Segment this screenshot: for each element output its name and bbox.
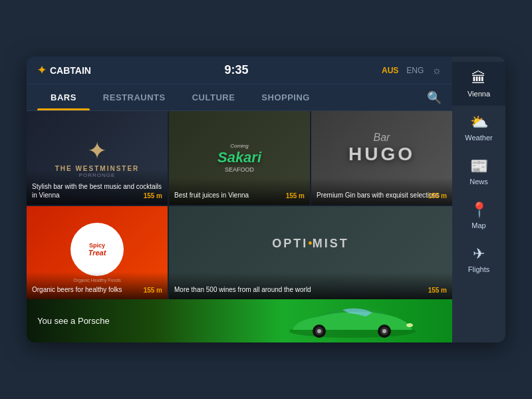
- nav-tabs: BARS RESTRAUNTS CULTURE SHOPPING 🔍: [27, 84, 452, 111]
- sidebar-item-flights[interactable]: ✈ Flights: [452, 237, 505, 281]
- bar-label: Bar: [348, 132, 415, 144]
- sidebar-label-map: Map: [471, 221, 485, 229]
- logo-icon: ✦: [37, 64, 46, 76]
- card-distance-4: 155 m: [144, 287, 162, 294]
- content-area: ✦ THE WESTMINSTER PORRONGE Stylish bar w…: [27, 111, 452, 342]
- westminster-diamond: ✦: [55, 137, 140, 165]
- sidebar: 🏛 Vienna ⛅ Weather 📰 News 📍 Map ✈ Flight…: [452, 57, 505, 342]
- card-distance-1: 155 m: [144, 192, 162, 200]
- time-display: 9:35: [224, 63, 248, 77]
- sidebar-item-vienna[interactable]: 🏛 Vienna: [452, 62, 505, 106]
- sidebar-label-news: News: [469, 178, 488, 186]
- card-spicy-treat[interactable]: Spicy Treat Organic Healthy Foods Organi…: [27, 206, 168, 300]
- app-container: ✦ CABTAIN 9:35 AUS ENG ☼ BARS RESTRAUNTS…: [27, 57, 505, 342]
- bar-hugo-text: Bar HUGO: [348, 132, 415, 165]
- sidebar-label-vienna: Vienna: [467, 90, 490, 98]
- lang-aus-button[interactable]: AUS: [382, 66, 398, 75]
- spicy-text: Spicy: [89, 242, 105, 249]
- card-distance-3: 155 m: [428, 192, 447, 200]
- card-desc-1: Stylish bar with the best music and cock…: [32, 182, 162, 200]
- svg-point-6: [382, 329, 386, 333]
- card-desc-3: Premium Gin bars with exquisit selection…: [317, 191, 447, 200]
- banner-car: [279, 303, 426, 342]
- card-desc-4: Organic beers for healthy folks: [32, 285, 162, 294]
- card-distance-2: 155 m: [286, 192, 305, 200]
- sakari-coming: Coming: [217, 143, 261, 149]
- banner: You see a Porsche: [27, 299, 452, 342]
- spicy-circle: Spicy Treat: [70, 223, 124, 276]
- tab-culture[interactable]: CULTURE: [179, 84, 249, 110]
- weather-icon: ⛅: [470, 114, 488, 131]
- optimist-name: OPTI: [272, 236, 308, 249]
- card-westminster[interactable]: ✦ THE WESTMINSTER PORRONGE Stylish bar w…: [27, 111, 168, 205]
- card-sakari[interactable]: Coming Sakari SEAFOOD Best fruit juices …: [169, 111, 310, 205]
- flights-icon: ✈: [473, 245, 485, 263]
- svg-point-3: [317, 329, 321, 333]
- optimist-name-2: MIST: [313, 236, 349, 249]
- lang-eng-button[interactable]: ENG: [406, 66, 424, 75]
- hugo-name: HUGO: [348, 144, 415, 165]
- card-overlay-3: Premium Gin bars with exquisit selection…: [311, 178, 452, 205]
- svg-point-7: [406, 323, 413, 327]
- sidebar-label-weather: Weather: [465, 134, 492, 142]
- optimist-text: OPTI•MIST: [272, 236, 348, 250]
- tab-bars[interactable]: BARS: [37, 84, 90, 110]
- search-icon[interactable]: 🔍: [427, 90, 442, 105]
- header-right: AUS ENG ☼: [382, 65, 442, 76]
- card-overlay-2: Best fruit juices in Vienna: [169, 178, 310, 205]
- header: ✦ CABTAIN 9:35 AUS ENG ☼: [27, 57, 452, 84]
- sakari-name: Sakari: [217, 149, 261, 166]
- vienna-icon: 🏛: [471, 70, 486, 87]
- cards-grid: ✦ THE WESTMINSTER PORRONGE Stylish bar w…: [27, 111, 452, 299]
- card-optimist[interactable]: OPTI•MIST More than 500 wines from all a…: [169, 206, 452, 300]
- sakari-text: Coming Sakari SEAFOOD: [217, 143, 261, 173]
- card-overlay-5: More than 500 wines from all around the …: [169, 272, 452, 299]
- tab-shopping[interactable]: SHOPPING: [248, 84, 323, 110]
- logo-text: CABTAIN: [50, 65, 91, 76]
- settings-icon[interactable]: ☼: [432, 65, 442, 76]
- logo: ✦ CABTAIN: [37, 64, 91, 76]
- map-icon: 📍: [470, 201, 488, 219]
- sidebar-item-news[interactable]: 📰 News: [452, 150, 505, 194]
- sidebar-item-weather[interactable]: ⛅ Weather: [452, 106, 505, 150]
- main-panel: ✦ CABTAIN 9:35 AUS ENG ☼ BARS RESTRAUNTS…: [27, 57, 452, 342]
- sidebar-label-flights: Flights: [468, 265, 489, 273]
- spicy-treat-name: Treat: [88, 249, 106, 257]
- card-overlay-4: Organic beers for healthy folks: [27, 272, 168, 299]
- banner-text: You see a Porsche: [27, 316, 110, 326]
- card-desc-5: More than 500 wines from all around the …: [174, 285, 447, 294]
- tab-restaurants[interactable]: RESTRAUNTS: [90, 84, 179, 110]
- sakari-sub: SEAFOOD: [217, 166, 261, 173]
- card-distance-5: 155 m: [428, 287, 447, 294]
- sidebar-item-map[interactable]: 📍 Map: [452, 194, 505, 237]
- card-bar-hugo[interactable]: Bar HUGO Premium Gin bars with exquisit …: [311, 111, 452, 205]
- news-icon: 📰: [470, 158, 488, 175]
- card-desc-2: Best fruit juices in Vienna: [174, 191, 305, 200]
